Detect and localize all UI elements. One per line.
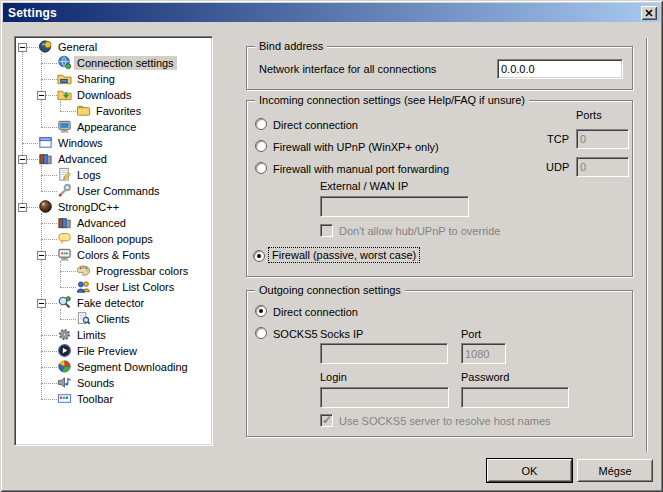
ok-button[interactable]: OK xyxy=(487,459,572,482)
tree-item-clients[interactable]: Clients xyxy=(15,311,212,327)
socks-ip-input xyxy=(320,343,448,364)
expander-minus[interactable] xyxy=(18,43,27,52)
tree-item-advanced[interactable]: Advanced xyxy=(15,215,212,231)
tree-item-file-preview[interactable]: File Preview xyxy=(15,343,212,359)
settings-tree: GeneralConnection settingsSharingDownloa… xyxy=(14,36,213,446)
tree-item-label[interactable]: Balloon popups xyxy=(74,232,156,246)
tree-item-label[interactable]: StrongDC++ xyxy=(55,200,122,214)
socks-ip-label: Socks IP xyxy=(320,328,363,340)
radio-manual-forwarding[interactable] xyxy=(255,162,267,174)
tree-item-sounds[interactable]: Sounds xyxy=(15,375,212,391)
progressbar-colors-icon xyxy=(76,263,91,278)
tree-item-connection-settings[interactable]: Connection settings xyxy=(15,55,212,71)
close-button[interactable] xyxy=(641,6,657,20)
tree-item-label[interactable]: Windows xyxy=(55,136,106,150)
udp-label: UDP xyxy=(546,161,569,173)
tree-item-label[interactable]: Segment Downloading xyxy=(74,360,191,374)
radio-direct-connection-out[interactable] xyxy=(255,305,267,317)
tree-item-general[interactable]: General xyxy=(15,39,212,55)
balloon-popups-icon xyxy=(57,231,72,246)
port-label: Port xyxy=(461,328,481,340)
network-interface-input[interactable] xyxy=(497,59,623,79)
outgoing-legend: Outgoing connection settings xyxy=(255,284,405,296)
tree-item-label[interactable]: Downloads xyxy=(74,88,134,102)
tree-item-segment-downloading[interactable]: Segment Downloading xyxy=(15,359,212,375)
radio-upnp-label[interactable]: Firewall with UPnP (WinXP+ only) xyxy=(273,141,439,153)
cancel-button[interactable]: Mégse xyxy=(577,459,653,482)
tree-item-fake-detector[interactable]: Fake detector xyxy=(15,295,212,311)
resolve-hostnames-checkbox xyxy=(320,414,333,427)
tree-item-label[interactable]: General xyxy=(55,40,100,54)
tree-item-label[interactable]: Clients xyxy=(93,312,133,326)
tree-item-label[interactable]: Toolbar xyxy=(74,392,116,406)
tree-item-label[interactable]: User List Colors xyxy=(93,280,177,294)
tree-item-label[interactable]: Advanced xyxy=(74,216,129,230)
tree-item-windows[interactable]: Windows xyxy=(15,135,212,151)
tree-item-appearance[interactable]: Appearance xyxy=(15,119,212,135)
radio-direct-connection-in-label[interactable]: Direct connection xyxy=(273,119,358,131)
window-title: Settings xyxy=(8,6,57,20)
radio-upnp[interactable] xyxy=(255,140,267,152)
file-preview-icon xyxy=(57,343,72,358)
tree-item-label[interactable]: File Preview xyxy=(74,344,140,358)
expander-minus[interactable] xyxy=(37,91,46,100)
tree-item-logs[interactable]: Logs xyxy=(15,167,212,183)
tree-item-label[interactable]: Appearance xyxy=(74,120,139,134)
network-interface-label: Network interface for all connections xyxy=(259,63,436,75)
tree-item-label[interactable]: Favorites xyxy=(93,104,144,118)
tree-item-label[interactable]: Sharing xyxy=(74,72,118,86)
settings-dialog: Settings GeneralConnection settingsShari… xyxy=(0,0,663,492)
tree-item-user-list-colors[interactable]: User List Colors xyxy=(15,279,212,295)
favorites-icon xyxy=(76,103,91,118)
logs-icon xyxy=(57,167,72,182)
radio-manual-forwarding-label[interactable]: Firewall with manual port forwarding xyxy=(273,163,449,175)
password-label: Password xyxy=(461,371,509,383)
tree-item-advanced[interactable]: Advanced xyxy=(15,151,212,167)
tree-item-label[interactable]: Connection settings xyxy=(74,56,177,70)
tree-item-colors-fonts[interactable]: Colors & Fonts xyxy=(15,247,212,263)
tree-item-strongdc[interactable]: StrongDC++ xyxy=(15,199,212,215)
tree-item-progressbar-colors[interactable]: Progressbar colors xyxy=(15,263,212,279)
advanced-icon xyxy=(38,151,53,166)
appearance-icon xyxy=(57,119,72,134)
tree-item-downloads[interactable]: Downloads xyxy=(15,87,212,103)
password-input xyxy=(461,387,569,408)
user-list-colors-icon xyxy=(76,279,91,294)
tree-item-label[interactable]: Limits xyxy=(74,328,109,342)
sounds-icon xyxy=(57,375,72,390)
expander-minus[interactable] xyxy=(18,203,27,212)
radio-socks5[interactable] xyxy=(255,327,267,339)
radio-socks5-label[interactable]: SOCKS5 xyxy=(273,328,318,340)
wan-ip-label: External / WAN IP xyxy=(320,180,408,192)
expander-minus[interactable] xyxy=(37,299,46,308)
tree-item-label[interactable]: User Commands xyxy=(74,184,163,198)
udp-port-input xyxy=(576,157,629,177)
tree-item-label[interactable]: Progressbar colors xyxy=(93,264,191,278)
close-icon xyxy=(645,9,653,17)
expander-minus[interactable] xyxy=(37,251,46,260)
override-checkbox-label: Don't allow hub/UPnP to override xyxy=(339,225,501,237)
tree-item-favorites[interactable]: Favorites xyxy=(15,103,212,119)
tree-item-balloon-popups[interactable]: Balloon popups xyxy=(15,231,212,247)
radio-direct-connection-in[interactable] xyxy=(255,118,267,130)
ports-label: Ports xyxy=(576,109,602,121)
tree-item-user-commands[interactable]: User Commands xyxy=(15,183,212,199)
radio-firewall-passive[interactable] xyxy=(253,250,265,262)
radio-direct-connection-out-label[interactable]: Direct connection xyxy=(273,306,358,318)
tree-item-label[interactable]: Colors & Fonts xyxy=(74,248,153,262)
clients-icon xyxy=(76,311,91,326)
tree-item-toolbar[interactable]: Toolbar xyxy=(15,391,212,407)
tree-item-label[interactable]: Advanced xyxy=(55,152,110,166)
user-commands-icon xyxy=(57,183,72,198)
general-icon xyxy=(38,39,53,54)
tree-item-label[interactable]: Fake detector xyxy=(74,296,147,310)
tree-item-limits[interactable]: Limits xyxy=(15,327,212,343)
tree-item-sharing[interactable]: Sharing xyxy=(15,71,212,87)
tree-item-label[interactable]: Logs xyxy=(74,168,104,182)
expander-minus[interactable] xyxy=(18,155,27,164)
fake-detector-icon xyxy=(57,295,72,310)
radio-firewall-passive-label[interactable]: Firewall (passive, worst case) xyxy=(268,247,420,263)
windows-icon xyxy=(38,135,53,150)
tree-item-label[interactable]: Sounds xyxy=(74,376,117,390)
titlebar[interactable]: Settings xyxy=(3,3,660,22)
